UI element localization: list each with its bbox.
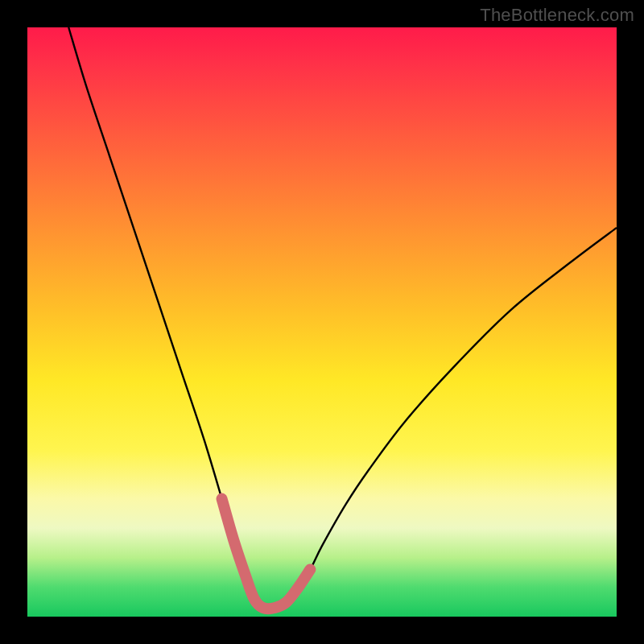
bottleneck-curve-svg <box>27 27 617 617</box>
chart-frame: TheBottleneck.com <box>0 0 644 644</box>
watermark-text: TheBottleneck.com <box>480 5 634 26</box>
bottleneck-curve <box>68 27 617 609</box>
plot-area <box>27 27 617 617</box>
curve-highlight <box>222 499 311 609</box>
